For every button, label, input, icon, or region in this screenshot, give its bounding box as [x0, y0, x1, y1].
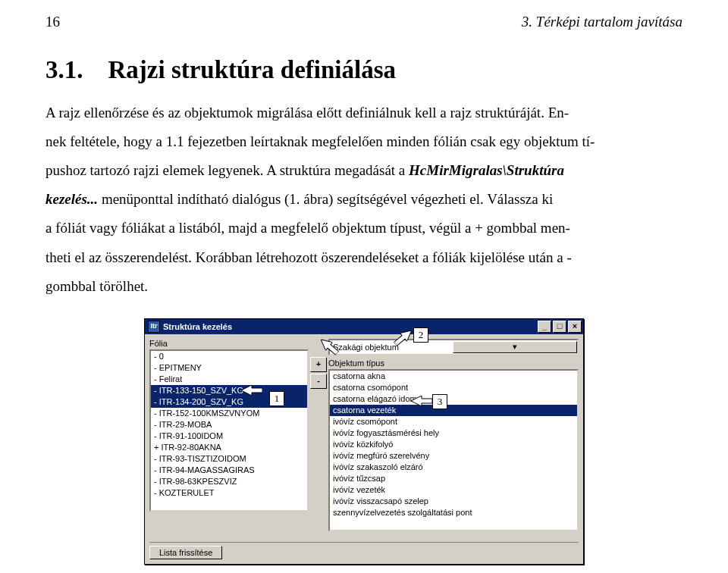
list-item[interactable]: - ITR-91-100IDOM [151, 431, 307, 442]
paragraph-line: gombbal törölhet. [46, 276, 682, 297]
list-item[interactable]: szennyvízelvezetés szolgáltatási pont [330, 507, 577, 518]
szakagi-combo[interactable]: Szakági objektum ▾ [328, 339, 579, 355]
list-item[interactable]: - EPITMENY [151, 362, 307, 374]
paragraph-line: kezelés... menüponttal indítható dialógu… [46, 189, 682, 210]
list-item[interactable]: csatorna akna [330, 371, 577, 382]
list-item[interactable]: ivóvíz megfúró szerelvény [330, 450, 577, 462]
chevron-down-icon[interactable]: ▾ [453, 341, 577, 353]
dialog-window: Itr Struktúra kezelés _ □ × Fólia - 0- E… [144, 318, 584, 565]
menu-path: kezelés... [46, 191, 102, 207]
folia-listbox[interactable]: - 0- EPITMENY- Felirat- ITR-133-150_SZV_… [149, 349, 309, 512]
dialog-footer: Lista frissítése [149, 542, 579, 559]
section-heading: 3.1. Rajzi struktúra definiálása [46, 56, 682, 84]
page-number: 16 [46, 14, 60, 30]
section-title: Rajzi struktúra definiálása [108, 56, 397, 83]
refresh-list-button[interactable]: Lista frissítése [149, 546, 222, 559]
list-item[interactable]: - KOZTERULET [151, 487, 307, 499]
list-item[interactable]: ivóvíz szakaszoló elzáró [330, 462, 577, 473]
list-item[interactable]: ivóvíz közkifolyó [330, 439, 577, 450]
paragraph-line: nek feltétele, hogy a 1.1 fejezetben leí… [46, 131, 682, 152]
running-head: 16 3. Térképi tartalom javítása [46, 14, 682, 30]
callout-2: 2 [413, 327, 428, 343]
system-menu-icon[interactable]: Itr [148, 321, 160, 333]
list-item[interactable]: - Felirat [151, 374, 307, 385]
list-item[interactable]: + ITR-92-80AKNA [151, 442, 307, 453]
combo-label: Szakági objektum [330, 343, 453, 352]
figure-dialog-screenshot: Itr Struktúra kezelés _ □ × Fólia - 0- E… [144, 318, 584, 565]
objtype-listbox[interactable]: csatorna aknacsatorna csomópontcsatorna … [328, 369, 579, 531]
folia-label: Fólia [149, 339, 309, 348]
chapter-title: 3. Térképi tartalom javítása [522, 14, 682, 30]
paragraph-line: pushoz tartozó rajzi elemek legyenek. A … [46, 160, 682, 181]
list-item[interactable]: ivóvíz tűzcsap [330, 473, 577, 484]
list-item[interactable]: - ITR-29-MOBA [151, 419, 307, 431]
list-item[interactable]: ivóvíz csomópont [330, 416, 577, 427]
list-item[interactable]: ivóvíz vezeték [330, 484, 577, 496]
menu-path: HcMirMigralas\Struktúra [409, 162, 564, 178]
list-item[interactable]: - ITR-94-MAGASSAGIRAS [151, 465, 307, 476]
list-item[interactable]: - ITR-152-100KMSZVNYOM [151, 408, 307, 419]
middle-buttons: + - [309, 339, 328, 531]
minimize-button[interactable]: _ [538, 321, 551, 333]
list-item[interactable]: - 0 [151, 351, 307, 362]
paragraph-line: a fóliát vagy fóliákat a listából, majd … [46, 218, 682, 239]
list-item[interactable]: - ITR-93-TISZTIZOIDOM [151, 453, 307, 465]
list-item[interactable]: csatorna csomópont [330, 382, 577, 393]
list-item[interactable]: csatorna vezeték [330, 405, 577, 416]
add-button[interactable]: + [310, 357, 327, 372]
folia-panel: Fólia - 0- EPITMENY- Felirat- ITR-133-15… [149, 339, 309, 531]
remove-button[interactable]: - [310, 374, 327, 389]
titlebar[interactable]: Itr Struktúra kezelés _ □ × [145, 319, 583, 334]
section-number: 3.1. [46, 56, 83, 83]
list-item[interactable]: csatorna elágazó idom [330, 393, 577, 405]
list-item[interactable]: - ITR-98-63KPESZVIZ [151, 476, 307, 487]
callout-3: 3 [432, 394, 447, 409]
maximize-button[interactable]: □ [553, 321, 566, 333]
list-item[interactable]: ivóvíz visszacsapó szelep [330, 496, 577, 507]
paragraph-line: A rajz ellenőrzése és az objektumok migr… [46, 102, 682, 124]
page: 16 3. Térképi tartalom javítása 3.1. Raj… [0, 0, 728, 573]
callout-1: 1 [269, 391, 284, 406]
close-button[interactable]: × [568, 321, 582, 333]
paragraph-line: theti el az összerendelést. Korábban lét… [46, 247, 682, 268]
objtype-label: Objektum típus [328, 359, 579, 368]
window-title: Struktúra kezelés [163, 322, 232, 331]
list-item[interactable]: ivóvíz fogyasztásmérési hely [330, 427, 577, 439]
object-panel: Szakági objektum ▾ Objektum típus csator… [328, 339, 579, 531]
dialog-body: Fólia - 0- EPITMENY- Felirat- ITR-133-15… [145, 334, 583, 564]
